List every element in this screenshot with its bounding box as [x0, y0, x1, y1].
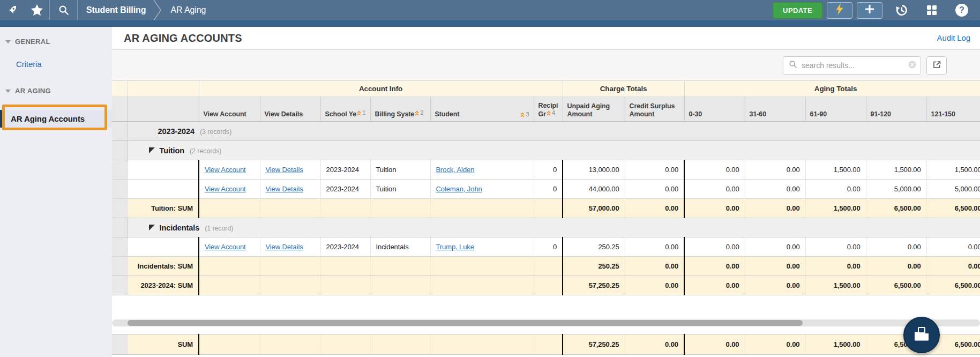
sidebar-section-general: GENERAL Criteria [0, 27, 112, 69]
aging-0-30-sum: 0.00 [684, 199, 745, 218]
unpaid-aging-cell: 13,000.00 [563, 160, 625, 180]
view-account-link[interactable]: View Account [205, 243, 246, 251]
column-header-61-90[interactable]: 61-90 [805, 97, 866, 122]
sort-asc-icon [520, 112, 525, 118]
school-year-cell: 2023-2024 [320, 160, 370, 180]
aging-0-30-sum: 0.00 [684, 257, 745, 276]
group-row-incidentals: Incidentals(1 record) [112, 218, 980, 237]
group-row-year: 2023-2024(3 records) [112, 122, 980, 141]
documents-fab-button[interactable] [903, 317, 940, 353]
column-header-recipient-group[interactable]: RecipiGr4 [534, 97, 563, 122]
sort-asc-icon [356, 110, 362, 116]
table-row-trump: View Account View Details 2023-2024 Inci… [112, 237, 980, 257]
view-details-link[interactable]: View Details [266, 166, 303, 174]
search-results-input[interactable] [802, 61, 908, 70]
view-account-link[interactable]: View Account [205, 166, 246, 174]
blank-cell [128, 180, 199, 199]
grid-group-header-row: Account Info Charge Totals Aging Totals [112, 81, 980, 97]
apps-grid-icon[interactable] [921, 0, 942, 20]
scrollbar-thumb[interactable] [128, 320, 803, 326]
lightning-icon [835, 3, 844, 17]
aging-31-60-sum: 0.00 [745, 334, 805, 355]
aging-121-150-sum: 6,500.00 [926, 276, 980, 295]
column-header-91-120[interactable]: 91-120 [866, 97, 926, 122]
blank-group-cell [128, 81, 199, 97]
credit-surplus-cell: 0.00 [625, 180, 684, 199]
quick-actions-button[interactable] [827, 2, 852, 19]
credit-surplus-sum: 0.00 [625, 257, 684, 276]
column-header-school-year[interactable]: School Ye1 [320, 97, 370, 122]
collapse-group-icon[interactable] [149, 224, 155, 232]
recipient-group-cell: 0 [534, 237, 563, 257]
aging-31-60-cell: 0.00 [745, 160, 805, 180]
aging-31-60-sum: 0.00 [745, 276, 805, 295]
group-row-tuition: Tuition(2 records) [112, 141, 980, 160]
column-header-credit-surplus-amount[interactable]: Credit Surplus Amount [625, 97, 684, 122]
column-header-student[interactable]: Student3 [430, 97, 534, 122]
student-link[interactable]: Brock, Aiden [436, 166, 475, 174]
column-header-view-account[interactable]: View Account [199, 97, 260, 122]
open-external-button[interactable] [926, 56, 947, 75]
gutter-cell [112, 257, 128, 276]
credit-surplus-sum: 0.00 [625, 276, 684, 295]
sidebar-section-title: AR AGING [15, 87, 51, 95]
clear-search-icon[interactable] [908, 61, 916, 71]
column-header-31-60[interactable]: 31-60 [745, 97, 805, 122]
favorites-star-icon[interactable] [25, 0, 49, 20]
sort-asc-icon [546, 110, 551, 116]
aging-61-90-cell: 0.00 [805, 180, 866, 199]
group-header-charge-totals: Charge Totals [563, 81, 684, 97]
view-details-link[interactable]: View Details [266, 243, 303, 251]
column-header-121-150[interactable]: 121-150 [926, 97, 980, 122]
sidebar-section-general-header[interactable]: GENERAL [5, 38, 112, 46]
view-account-link[interactable]: View Account [205, 185, 246, 193]
collapse-group-icon[interactable] [149, 147, 155, 155]
audit-log-link[interactable]: Audit Log [937, 33, 970, 42]
sidebar-item-label: AR Aging Accounts [11, 114, 85, 123]
column-header-view-details[interactable]: View Details [260, 97, 320, 122]
unpaid-aging-sum: 57,250.25 [563, 334, 625, 355]
column-header-0-30[interactable]: 0-30 [684, 97, 745, 122]
school-year-cell: 2023-2024 [320, 180, 370, 199]
aging-121-150-cell: 1,500.00 [926, 160, 980, 180]
student-link[interactable]: Coleman, John [436, 185, 482, 193]
chevron-down-icon [5, 90, 11, 93]
sidebar-item-criteria[interactable]: Criteria [16, 59, 112, 69]
add-button[interactable] [857, 2, 882, 19]
group-label: Incidentals [160, 224, 200, 232]
breadcrumb-module[interactable]: Student Billing [78, 0, 153, 20]
rocket-icon[interactable] [0, 0, 25, 20]
aging-0-30-cell: 0.00 [684, 180, 745, 199]
student-link[interactable]: Trump, Luke [436, 243, 474, 251]
view-details-link[interactable]: View Details [266, 185, 303, 193]
aging-31-60-cell: 0.00 [745, 180, 805, 199]
sum-row-year: 2023-2024: SUM 57,250.25 0.00 0.00 0.00 … [112, 276, 980, 295]
aging-91-120-cell: 1,500.00 [866, 160, 926, 180]
sidebar-section-ar-aging-header[interactable]: AR AGING [5, 87, 112, 95]
sum-row-incidentals: Incidentals: SUM 250.25 0.00 0.00 0.00 0… [112, 257, 980, 276]
sum-label: Tuition: SUM [128, 199, 199, 218]
sidebar-item-ar-aging-accounts[interactable]: AR Aging Accounts [0, 110, 112, 128]
sum-label: SUM [128, 334, 199, 355]
title-bar: AR AGING ACCOUNTS Audit Log [112, 27, 980, 50]
horizontal-scrollbar[interactable] [112, 319, 980, 326]
history-icon[interactable] [891, 0, 912, 20]
group-record-count: (1 record) [205, 225, 233, 232]
table-row-brock: View Account View Details 2023-2024 Tuit… [112, 160, 980, 180]
external-link-icon [932, 60, 941, 71]
aging-31-60-sum: 0.00 [745, 199, 805, 218]
chevron-down-icon [5, 40, 11, 43]
gutter-cell [112, 160, 128, 180]
sort-asc-icon [414, 110, 420, 116]
help-icon[interactable]: ? [951, 0, 972, 20]
update-button[interactable]: UPDATE [773, 2, 822, 19]
column-header-unpaid-aging-amount[interactable]: Unpaid Aging Amount [563, 97, 625, 122]
sum-row-grand-total: SUM 57,250.25 0.00 0.00 0.00 1,500.00 6,… [112, 334, 980, 355]
aging-91-120-sum: 0.00 [866, 257, 926, 276]
breadcrumb: Student Billing AR Aging [49, 0, 206, 20]
credit-surplus-cell: 0.00 [625, 237, 684, 257]
gutter-cell [112, 334, 128, 355]
recipient-group-cell: 0 [534, 160, 563, 180]
column-header-billing-system[interactable]: Billing Syste2 [370, 97, 430, 122]
search-icon[interactable] [50, 0, 78, 20]
